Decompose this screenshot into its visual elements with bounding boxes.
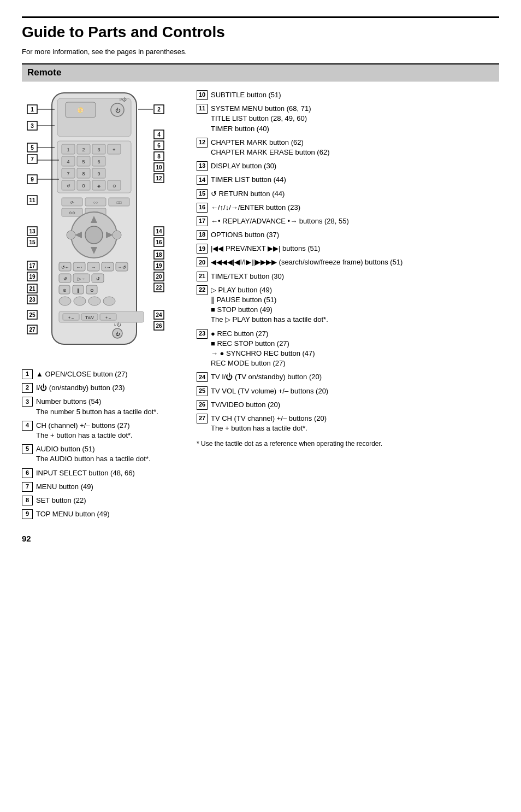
svg-point-51 xyxy=(67,231,75,239)
item-text: ◀◀◀◀|◀I/I▶||▶▶▶▶ (search/slow/freeze fra… xyxy=(211,257,402,267)
svg-text:27: 27 xyxy=(29,327,35,333)
svg-text:3: 3 xyxy=(31,123,34,129)
svg-text:10: 10 xyxy=(156,164,162,170)
page-number: 92 xyxy=(22,534,31,543)
right-desc-item: 14TIMER LIST button (44) xyxy=(197,175,499,185)
item-number: 10 xyxy=(197,90,208,100)
svg-text:8: 8 xyxy=(82,171,85,176)
item-number: 22 xyxy=(197,285,208,295)
svg-text:I/⏻: I/⏻ xyxy=(114,322,121,327)
footer-note: * Use the tactile dot as a reference whe… xyxy=(197,439,499,449)
right-desc-item: 24TV I/⏻ (TV on/standby) button (20) xyxy=(197,372,499,382)
svg-text:12: 12 xyxy=(156,175,162,181)
svg-text:□□: □□ xyxy=(117,201,122,204)
svg-point-46 xyxy=(85,226,103,244)
item-text: ←• REPLAY/ADVANCE •→ buttons (28, 55) xyxy=(211,216,349,226)
left-desc-item: 4CH (channel) +/– buttons (27)The + butt… xyxy=(22,421,180,440)
remote-image-area: 📀 ⏻ 1 2 3 + 4 5 6 xyxy=(22,90,180,523)
left-desc-item: 6INPUT SELECT button (48, 66) xyxy=(22,468,180,478)
svg-text:20: 20 xyxy=(156,274,162,280)
item-number: 13 xyxy=(197,161,208,171)
item-number: 6 xyxy=(22,468,33,478)
svg-text:2: 2 xyxy=(82,147,85,152)
right-desc-item: 23● REC button (27)■ REC STOP button (27… xyxy=(197,329,499,369)
right-desc-item: 16←/↑/↓/→/ENTER button (23) xyxy=(197,203,499,213)
svg-text:14: 14 xyxy=(156,228,162,234)
svg-text:⏻: ⏻ xyxy=(115,108,121,113)
svg-text:←◦: ←◦ xyxy=(76,265,82,270)
svg-text:9: 9 xyxy=(97,171,100,176)
item-text: TOP MENU button (49) xyxy=(36,509,110,519)
item-number: 18 xyxy=(197,230,208,240)
item-number: 17 xyxy=(197,216,208,226)
item-number: 15 xyxy=(197,189,208,199)
left-descriptions: 1▲ OPEN/CLOSE button (27)2I/⏻ (on/standb… xyxy=(22,369,180,519)
item-text: DISPLAY button (30) xyxy=(211,161,276,171)
left-desc-item: 7MENU button (49) xyxy=(22,482,180,492)
right-desc-item: 18OPTIONS button (37) xyxy=(197,230,499,240)
svg-text:↺◦: ↺◦ xyxy=(70,201,74,204)
item-text: TV VOL (TV volume) +/– buttons (20) xyxy=(211,386,328,396)
item-text: SUBTITLE button (51) xyxy=(211,90,281,100)
item-text: ↺ RETURN button (44) xyxy=(211,189,285,199)
right-desc-item: 13DISPLAY button (30) xyxy=(197,161,499,171)
svg-text:11: 11 xyxy=(29,197,35,203)
item-text: CH (channel) +/– buttons (27)The + butto… xyxy=(36,421,133,440)
svg-text:+: + xyxy=(113,147,115,152)
item-number: 27 xyxy=(197,414,208,423)
left-desc-item: 2I/⏻ (on/standby) button (23) xyxy=(22,383,180,393)
svg-text:▷→: ▷→ xyxy=(78,276,85,281)
right-desc-item: 25TV VOL (TV volume) +/– buttons (20) xyxy=(197,386,499,396)
section-header: Remote xyxy=(22,63,499,81)
svg-point-52 xyxy=(113,231,121,239)
item-number: 4 xyxy=(22,421,33,431)
svg-text:22: 22 xyxy=(156,285,162,291)
right-descriptions: 10SUBTITLE button (51)11SYSTEM MENU butt… xyxy=(197,90,499,523)
svg-text:23: 23 xyxy=(29,297,35,303)
remote-illustration: 📀 ⏻ 1 2 3 + 4 5 6 xyxy=(22,90,169,358)
svg-text:8: 8 xyxy=(157,154,161,160)
svg-text:7: 7 xyxy=(67,171,69,176)
svg-text:+  –: + – xyxy=(68,316,74,320)
intro-text: For more information, see the pages in p… xyxy=(22,48,499,56)
svg-text:→: → xyxy=(91,265,96,270)
svg-text:1: 1 xyxy=(67,147,69,152)
svg-text:↺←: ↺← xyxy=(61,265,69,270)
svg-text:‖: ‖ xyxy=(77,288,79,293)
left-desc-item: 1▲ OPEN/CLOSE button (27) xyxy=(22,369,180,379)
item-number: 25 xyxy=(197,386,208,396)
item-text: AUDIO button (51)The AUDIO button has a … xyxy=(36,444,151,464)
item-number: 20 xyxy=(197,257,208,267)
item-number: 14 xyxy=(197,175,208,185)
svg-text:TV/V: TV/V xyxy=(85,316,94,320)
svg-text:I/⏻: I/⏻ xyxy=(120,97,127,102)
item-text: Number buttons (54)The number 5 button h… xyxy=(36,397,158,416)
svg-text:↺: ↺ xyxy=(96,276,100,281)
item-number: 2 xyxy=(22,383,33,393)
svg-text:24: 24 xyxy=(156,312,162,318)
svg-rect-76 xyxy=(74,297,86,305)
svg-rect-78 xyxy=(103,297,115,305)
item-text: |◀◀ PREV/NEXT ▶▶| buttons (51) xyxy=(211,244,320,254)
left-desc-item: 9TOP MENU button (49) xyxy=(22,509,180,519)
svg-text:18: 18 xyxy=(156,252,162,258)
svg-text:26: 26 xyxy=(156,323,162,329)
svg-text:→↺: →↺ xyxy=(118,265,126,270)
item-number: 19 xyxy=(197,244,208,254)
right-desc-item: 11SYSTEM MENU button (68, 71)TITLE LIST … xyxy=(197,104,499,134)
page-title: Guide to Parts and Controls xyxy=(22,16,499,41)
svg-text:1: 1 xyxy=(31,107,34,113)
right-desc-item: 17←• REPLAY/ADVANCE •→ buttons (28, 55) xyxy=(197,216,499,226)
svg-text:⊙: ⊙ xyxy=(113,184,116,189)
item-number: 26 xyxy=(197,400,208,410)
svg-rect-77 xyxy=(88,297,100,305)
svg-text:⊙: ⊙ xyxy=(63,288,67,293)
right-desc-item: 12CHAPTER MARK button (62)CHAPTER MARK E… xyxy=(197,138,499,157)
svg-text:15: 15 xyxy=(29,239,35,245)
left-desc-item: 8SET button (22) xyxy=(22,496,180,505)
item-number: 1 xyxy=(22,369,33,379)
item-number: 23 xyxy=(197,329,208,339)
item-text: ←/↑/↓/→/ENTER button (23) xyxy=(211,203,300,213)
right-desc-item: 10SUBTITLE button (51) xyxy=(197,90,499,100)
right-desc-item: 21TIME/TEXT button (30) xyxy=(197,272,499,281)
